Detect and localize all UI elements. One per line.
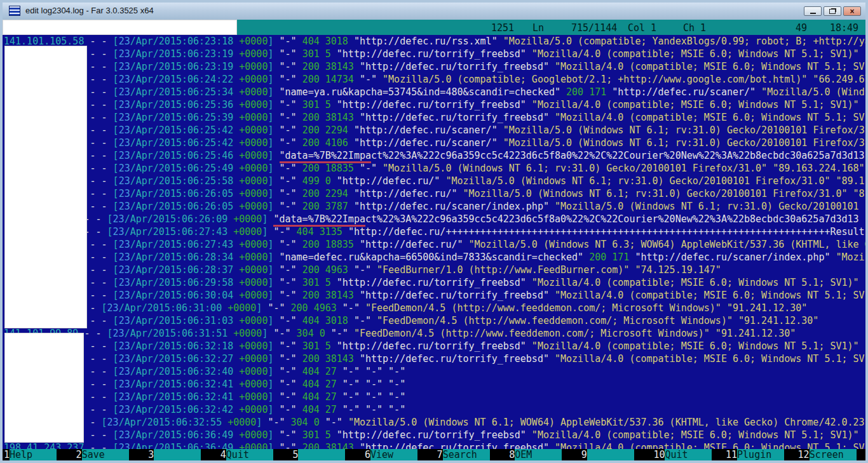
fkey-label: Search: [443, 449, 490, 460]
fkey-number: 7: [437, 449, 443, 460]
fkey-label: Screen: [810, 449, 857, 460]
fkey-number: 1: [4, 449, 10, 460]
status-column: Col 1: [628, 22, 656, 34]
log-line[interactable]: - - [23/Apr/2015:06:25:49 +0000] "-" 200…: [4, 162, 865, 175]
fkey-6-view[interactable]: 6View: [365, 449, 417, 460]
fkey-number: 12: [798, 449, 810, 460]
status-codepage: 1251: [491, 22, 514, 34]
log-line[interactable]: - - [23/Apr/2015:06:27:43 +0000] "-" 404…: [4, 225, 865, 238]
restore-button[interactable]: [824, 6, 841, 16]
fkey-8-oem[interactable]: 8OEM: [509, 449, 562, 460]
status-line-position: 715/1144: [571, 22, 617, 34]
log-line[interactable]: - - [23/Apr/2015:06:25:34 +0000] "name=y…: [4, 86, 865, 98]
log-line[interactable]: - - [23/Apr/2015:06:32:55 +0000] "-" 304…: [4, 416, 865, 429]
log-line[interactable]: - - [23/Apr/2015:06:36:49 +0000] "-" 301…: [4, 429, 865, 441]
log-line[interactable]: - - [23/Apr/2015:06:26:05 +0000] "-" 200…: [4, 200, 865, 213]
log-line[interactable]: - - [23/Apr/2015:06:25:46 +0000] "data=%…: [4, 149, 865, 162]
fkey-label: Save: [82, 449, 129, 460]
restore-icon: [829, 9, 836, 14]
status-clock: 18:49: [830, 22, 858, 34]
fkey-number: 5: [292, 449, 298, 460]
log-line[interactable]: - - [23/Apr/2015:06:23:19 +0000] "-" 301…: [4, 48, 865, 60]
log-line[interactable]: - - [23/Apr/2015:06:29:58 +0000] "-" 301…: [4, 276, 865, 289]
log-line[interactable]: - - [23/Apr/2015:06:32:27 +0000] "-" 200…: [4, 352, 865, 365]
status-char-code: 49: [796, 22, 807, 34]
minimize-button[interactable]: [804, 6, 822, 16]
status-ln-label: Ln: [532, 22, 544, 34]
fkey-2-save[interactable]: 2Save: [76, 449, 129, 460]
fkey-4-quit[interactable]: 4Quit: [220, 449, 273, 460]
log-line[interactable]: - - [23/Apr/2015:06:28:34 +0000] "name=d…: [4, 251, 865, 264]
fkey-3[interactable]: 3: [148, 449, 201, 460]
fkey-number: 11: [726, 449, 737, 460]
editor-text[interactable]: 141.101.105.58 - - [23/Apr/2015:06:23:18…: [3, 35, 865, 449]
fkey-number: 2: [76, 449, 82, 460]
fkey-1-help[interactable]: 1Help: [4, 449, 57, 460]
log-line[interactable]: - - [23/Apr/2015:06:32:41 +0000] "-" 404…: [4, 378, 865, 391]
log-line[interactable]: - - [23/Apr/2015:06:26:05 +0000] "-" 200…: [4, 187, 865, 200]
fkey-label: [154, 449, 201, 460]
log-line[interactable]: 141.101.105.58 - - [23/Apr/2015:06:23:18…: [4, 35, 865, 48]
fkey-label: [587, 449, 634, 460]
redaction-box-top: [3, 20, 237, 35]
log-line[interactable]: - - [23/Apr/2015:06:32:18 +0000] "-" 301…: [4, 340, 865, 352]
log-line[interactable]: - - [23/Apr/2015:06:23:19 +0000] "-" 200…: [4, 60, 865, 73]
function-key-bar: 1Help2Save34Quit56View7Search8OEM910Quit…: [3, 449, 865, 460]
log-line[interactable]: - - [23/Apr/2015:06:32:41 +0000] "-" 404…: [4, 391, 865, 403]
log-line[interactable]: - - [23/Apr/2015:06:25:42 +0000] "-" 200…: [4, 137, 865, 149]
fkey-label: Help: [10, 449, 57, 460]
fkey-12-screen[interactable]: 12Screen: [798, 449, 857, 460]
status-char: Ch 1: [683, 22, 706, 34]
log-line[interactable]: 141.101.99.89 - - [23/Apr/2015:06:31:51 …: [4, 327, 865, 340]
fkey-label: OEM: [515, 449, 562, 460]
close-icon: ×: [850, 8, 854, 15]
log-line[interactable]: - - [23/Apr/2015:06:24:22 +0000] "-" 200…: [4, 73, 865, 86]
log-line[interactable]: - - [23/Apr/2015:06:28:37 +0000] "-" 200…: [4, 264, 865, 276]
log-line[interactable]: - - [23/Apr/2015:06:31:00 +0000] "-" 200…: [4, 302, 865, 314]
fkey-label: Quit: [226, 449, 273, 460]
fkey-number: 10: [653, 449, 665, 460]
fkey-9[interactable]: 9: [581, 449, 634, 460]
fkey-number: 9: [581, 449, 587, 460]
fkey-number: 3: [148, 449, 154, 460]
log-line[interactable]: - - [23/Apr/2015:06:27:43 +0000] "-" 200…: [4, 238, 865, 251]
fkey-label: View: [370, 449, 417, 460]
far-editor-icon: [9, 6, 20, 16]
window-titlebar[interactable]: edit log2304.log - Far 3.0.3525 x64 ×: [3, 3, 865, 20]
redaction-box-middle: [4, 46, 87, 328]
log-line[interactable]: - - [23/Apr/2015:06:32:42 +0000] "-" 404…: [4, 403, 865, 416]
fkey-label: [298, 449, 345, 460]
fkey-label: Plugin: [737, 449, 784, 460]
log-line[interactable]: - - [23/Apr/2015:06:25:58 +0000] "-" 499…: [4, 175, 865, 187]
log-line[interactable]: - - [23/Apr/2015:06:31:03 +0000] "-" 404…: [4, 314, 865, 327]
fkey-7-search[interactable]: 7Search: [437, 449, 490, 460]
log-line[interactable]: - - [23/Apr/2015:06:26:09 +0000] "data=%…: [4, 213, 865, 225]
fkey-number: 8: [509, 449, 515, 460]
fkey-label: Quit: [665, 449, 712, 460]
fkey-5[interactable]: 5: [292, 449, 345, 460]
fkey-number: 6: [365, 449, 370, 460]
redaction-box-bottom: [4, 333, 84, 443]
log-line[interactable]: - - [23/Apr/2015:06:25:36 +0000] "-" 301…: [4, 98, 865, 111]
minimize-icon: [810, 13, 816, 14]
fkey-10-quit[interactable]: 10Quit: [653, 449, 712, 460]
log-line[interactable]: - - [23/Apr/2015:06:25:39 +0000] "-" 200…: [4, 111, 865, 124]
fkey-number: 4: [220, 449, 226, 460]
far-manager-window: edit log2304.log - Far 3.0.3525 x64 × 12…: [0, 0, 868, 463]
fkey-11-plugin[interactable]: 11Plugin: [726, 449, 784, 460]
window-title: edit log2304.log - Far 3.0.3525 x64: [25, 6, 154, 15]
log-line[interactable]: - - [23/Apr/2015:06:32:40 +0000] "-" 404…: [4, 365, 865, 378]
log-line[interactable]: - - [23/Apr/2015:06:25:42 +0000] "-" 200…: [4, 124, 865, 137]
close-button[interactable]: ×: [843, 6, 861, 16]
log-line[interactable]: - - [23/Apr/2015:06:30:04 +0000] "-" 200…: [4, 289, 865, 302]
log-line[interactable]: 198.41.243.237 - - [23/Apr/2015:06:36:49…: [4, 441, 865, 449]
